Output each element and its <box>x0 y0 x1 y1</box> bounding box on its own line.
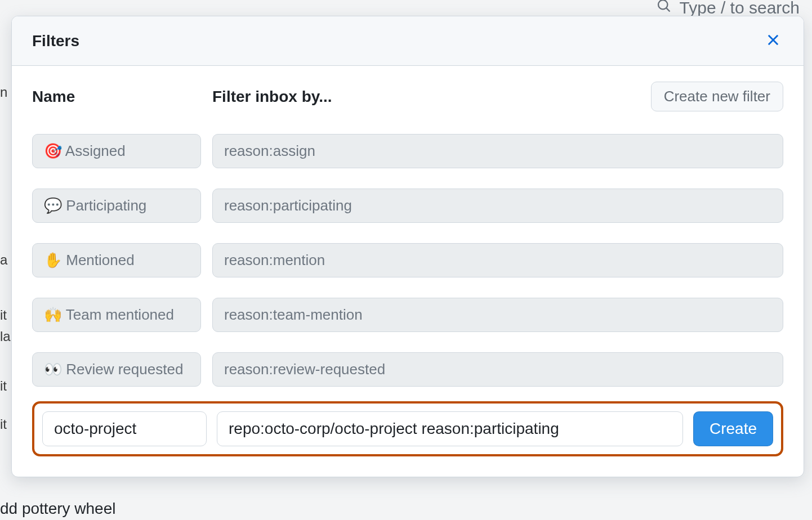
filter-name-input[interactable] <box>32 189 201 223</box>
left-text-fragments: n a it la it it <box>0 0 11 520</box>
create-new-filter-button[interactable]: Create new filter <box>651 82 783 111</box>
filters-dialog: Filters Name Filter inbox by... Create n… <box>11 16 804 477</box>
svg-line-1 <box>666 8 670 12</box>
dialog-title: Filters <box>32 32 79 50</box>
dialog-header: Filters <box>12 16 804 66</box>
filter-query-input[interactable] <box>212 243 783 277</box>
filter-name-input[interactable] <box>32 298 201 332</box>
filter-query-input[interactable] <box>212 189 783 223</box>
create-button[interactable]: Create <box>693 411 773 446</box>
dialog-body: Name Filter inbox by... Create new filte… <box>12 66 804 477</box>
bottom-text-fragment: dd pottery wheel <box>0 500 115 518</box>
new-filter-highlight: Create <box>32 401 783 456</box>
search-placeholder-fragment: Type / to search <box>680 0 800 17</box>
close-icon <box>765 32 781 50</box>
query-column-header: Filter inbox by... <box>212 88 640 106</box>
new-filter-name-input[interactable] <box>42 411 207 446</box>
close-button[interactable] <box>763 30 783 52</box>
filter-query-input[interactable] <box>212 352 783 387</box>
filter-row <box>32 298 783 332</box>
search-bar-fragment: Type / to search <box>656 0 800 17</box>
filter-query-input[interactable] <box>212 298 783 332</box>
filter-name-input[interactable] <box>32 134 201 168</box>
name-column-header: Name <box>32 88 201 106</box>
filter-name-input[interactable] <box>32 243 201 277</box>
filter-row <box>32 352 783 387</box>
filter-row <box>32 189 783 223</box>
new-filter-query-input[interactable] <box>217 411 683 446</box>
filter-row <box>32 134 783 168</box>
filter-query-input[interactable] <box>212 134 783 168</box>
svg-point-0 <box>658 0 667 9</box>
filter-name-input[interactable] <box>32 352 201 387</box>
filter-row <box>32 243 783 277</box>
columns-header-row: Name Filter inbox by... Create new filte… <box>32 82 783 111</box>
search-icon <box>656 0 672 17</box>
